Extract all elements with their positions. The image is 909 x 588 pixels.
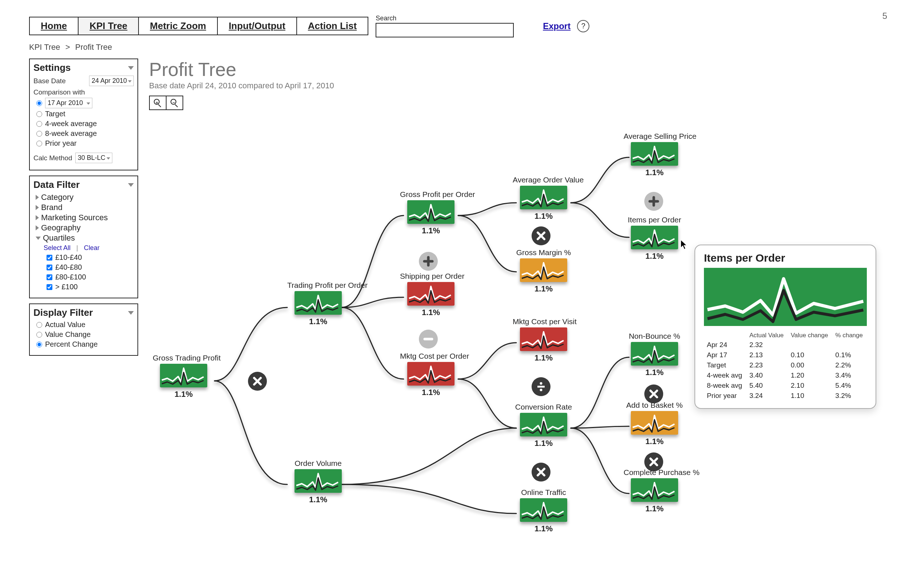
node-title: Trading Profit per Order [287, 281, 349, 290]
quartile-check-4[interactable] [47, 284, 52, 290]
node-tpo[interactable]: Trading Profit per Order1.1% [287, 281, 349, 326]
node-title: Mktg Cost per Visit [513, 317, 574, 326]
radio-compare-date[interactable] [36, 100, 42, 106]
radio-target[interactable] [36, 111, 42, 117]
node-atb[interactable]: Add to Basket %1.1% [624, 401, 686, 446]
tab-action-list[interactable]: Action List [296, 17, 368, 35]
comparison-label: Comparison with [34, 88, 134, 96]
filter-label: Marketing Sources [41, 213, 108, 222]
expand-icon [36, 225, 39, 230]
sidebar: Settings Base Date 24 Apr 2010 Compariso… [29, 58, 138, 588]
nav-tabs: Home KPI Tree Metric Zoom Input/Output A… [29, 17, 368, 35]
radio-4week[interactable] [36, 121, 42, 127]
calc-dropdown[interactable]: 30 BL-LC [75, 153, 112, 163]
node-spo[interactable]: Shipping per Order1.1% [400, 272, 462, 317]
collapse-icon[interactable] [128, 66, 134, 70]
node-value: 1.1% [153, 389, 215, 399]
filter-category[interactable]: Category [36, 192, 134, 202]
page-subtitle: Base date April 24, 2010 compared to Apr… [149, 81, 880, 90]
node-gm[interactable]: Gross Margin %1.1% [513, 248, 574, 294]
tab-kpi-tree[interactable]: KPI Tree [78, 17, 139, 35]
node-asp[interactable]: Average Selling Price1.1% [624, 132, 686, 177]
node-cp[interactable]: Complete Purchase %1.1% [624, 468, 686, 514]
node-value: 1.1% [513, 284, 574, 294]
quartile-label-1: £10-£40 [55, 253, 82, 262]
node-value: 1.1% [400, 388, 462, 397]
page-number: 5 [883, 11, 887, 21]
content: Profit Tree Base date April 24, 2010 com… [149, 58, 880, 588]
tooltip-row: Target2.230.002.2% [704, 360, 867, 370]
node-title: Non-Bounce % [624, 332, 686, 341]
export-link[interactable]: Export [543, 21, 571, 31]
filter-brand[interactable]: Brand [36, 203, 134, 212]
tooltip-row: Apr 242.32 [704, 340, 867, 350]
base-date-label: Base Date [34, 77, 66, 85]
sparkline [407, 200, 454, 224]
node-cr[interactable]: Conversion Rate1.1% [513, 403, 574, 448]
node-mcv[interactable]: Mktg Cost per Visit1.1% [513, 317, 574, 363]
op-multiply [644, 384, 663, 403]
collapse-icon[interactable] [128, 183, 134, 187]
search-input[interactable] [375, 23, 514, 37]
sparkline [631, 478, 678, 502]
calc-label: Calc Method [34, 154, 72, 162]
node-value: 1.1% [624, 437, 686, 446]
help-button[interactable]: ? [577, 20, 589, 32]
tooltip-row: Apr 172.130.100.1% [704, 350, 867, 360]
radio-8week[interactable] [36, 131, 42, 137]
expand-icon [36, 205, 39, 210]
filter-label: Geography [41, 223, 81, 233]
node-title: Average Selling Price [624, 132, 686, 141]
sparkline [294, 291, 342, 315]
radio-target-label: Target [45, 110, 65, 118]
quartile-label-2: £40-£80 [55, 263, 82, 271]
node-ot[interactable]: Online Traffic1.1% [513, 488, 574, 533]
node-value: 1.1% [513, 524, 574, 533]
search-label: Search [375, 15, 514, 22]
tab-metric-zoom[interactable]: Metric Zoom [138, 17, 218, 35]
topbar: Home KPI Tree Metric Zoom Input/Output A… [29, 15, 880, 37]
col-vchange: Value change [788, 331, 833, 340]
op-multiply [644, 452, 663, 471]
compare-date-dropdown[interactable]: 17 Apr 2010 [45, 98, 92, 108]
zoom-out-button[interactable]: − [166, 95, 183, 110]
data-filter-panel: Data Filter Category Brand Marketing Sou… [29, 176, 138, 298]
tab-input-output[interactable]: Input/Output [217, 17, 297, 35]
radio-actual-value[interactable] [36, 322, 42, 328]
node-aov[interactable]: Average Order Value1.1% [513, 176, 574, 221]
tooltip-popover: Items per Order Actual Value Value chang… [694, 245, 876, 409]
filter-marketing[interactable]: Marketing Sources [36, 213, 134, 222]
node-mco[interactable]: Mktg Cost per Order1.1% [400, 352, 462, 397]
node-nb[interactable]: Non-Bounce %1.1% [624, 332, 686, 377]
radio-value-change-label: Value Change [45, 330, 91, 339]
magnifier-minus-icon: − [170, 99, 178, 107]
tree-canvas: Gross Trading Profit1.1%Trading Profit p… [149, 110, 840, 588]
sparkline [407, 362, 454, 386]
radio-prior-year[interactable] [36, 141, 42, 147]
node-gtp[interactable]: Gross Trading Profit1.1% [153, 354, 215, 399]
base-date-dropdown[interactable]: 24 Apr 2010 [89, 76, 134, 86]
node-ov[interactable]: Order Volume1.1% [287, 459, 349, 504]
radio-percent-change[interactable] [36, 342, 42, 347]
node-title: Items per Order [624, 215, 686, 224]
collapse-icon[interactable] [128, 311, 134, 315]
op-plus [644, 192, 663, 211]
radio-prior-year-label: Prior year [45, 139, 77, 147]
select-all-link[interactable]: Select All [44, 244, 71, 252]
clear-link[interactable]: Clear [84, 244, 100, 252]
node-title: Average Order Value [513, 176, 574, 184]
quartile-check-2[interactable] [47, 265, 52, 270]
quartile-check-1[interactable] [47, 255, 52, 260]
node-gpo[interactable]: Gross Profit per Order1.1% [400, 190, 462, 236]
breadcrumb-current: Profit Tree [75, 42, 112, 52]
node-ipo[interactable]: Items per Order1.1% [624, 215, 686, 261]
zoom-in-button[interactable]: + [149, 95, 167, 110]
radio-value-change[interactable] [36, 332, 42, 338]
tab-home[interactable]: Home [29, 17, 79, 35]
filter-quartiles[interactable]: Quartiles [36, 233, 134, 243]
breadcrumb-root[interactable]: KPI Tree [29, 42, 60, 52]
filter-geography[interactable]: Geography [36, 223, 134, 233]
quartile-check-3[interactable] [47, 275, 52, 280]
node-title: Shipping per Order [400, 272, 462, 281]
op-minus [419, 330, 438, 349]
